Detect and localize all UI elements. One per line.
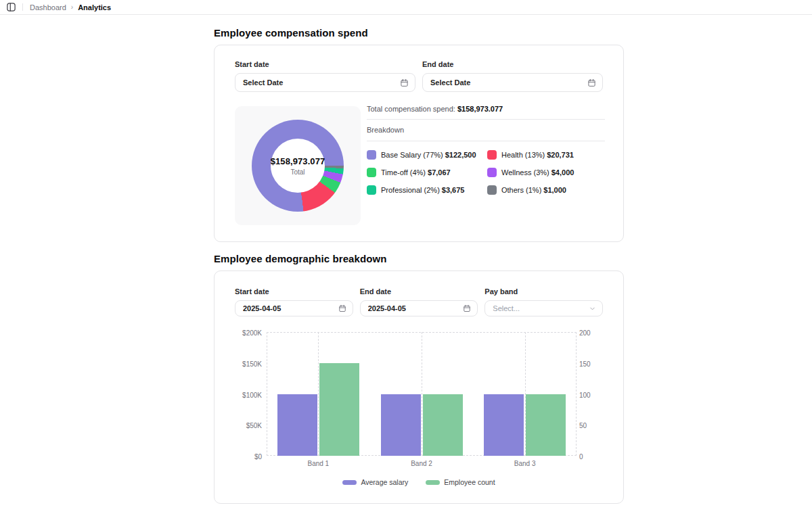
calendar-icon[interactable] [587,78,596,87]
legend-amount: $122,500 [445,151,476,159]
axis-tick-label: 50 [579,422,587,429]
section-title-demographic: Employee demographic breakdown [214,253,387,264]
topbar-separator [22,3,23,11]
legend-label: Professional (2%) [381,186,440,194]
breadcrumb-dashboard-link[interactable]: Dashboard [30,3,66,11]
axis-tick-label: $150K [242,360,262,368]
demographic-filter-fields: Start date End date [235,287,603,316]
compensation-summary-panel: Total compensation spend: $158,973.077 B… [367,103,605,195]
donut-center: $158,973.077 Total [271,139,325,193]
sidebar-toggle-button[interactable] [5,2,16,13]
legend-label: Time-off (4%) [381,168,426,176]
breadcrumb-current: Analytics [78,3,111,11]
legend-label: Average salary [361,478,408,486]
end-date-field: End date [360,287,478,316]
bar-chart-left-axis: $200K$150K$100K$50K$0 [215,332,262,456]
donut-legend-item: Time-off (4%)$7,067 [367,168,487,177]
legend-swatch [367,168,376,177]
x-axis-label: Band 2 [411,460,432,467]
start-date-field: Start date [235,287,353,316]
legend-swatch [487,150,497,160]
calendar-icon[interactable] [463,304,471,312]
axis-tick-label: $200K [242,329,262,337]
total-compensation-label: Total compensation spend: [367,105,455,113]
donut-chart: $158,973.077 Total [252,120,344,212]
bar-chart-right-axis: 200150100500 [579,332,620,456]
compensation-card: Start date End date [214,45,624,242]
legend-label: Others (1%) [501,186,541,194]
chevron-down-icon [589,305,596,312]
legend-label: Base Salary (77%) [381,151,443,159]
end-date-label: End date [360,287,478,296]
bar-chart-plot [267,332,577,456]
total-compensation-value: $158,973.077 [457,105,503,113]
legend-swatch [426,480,440,485]
start-date-input[interactable] [235,78,400,87]
compensation-date-fields: Start date End date [235,60,603,92]
gridline-vertical [576,332,577,456]
pay-band-select[interactable] [484,300,603,316]
bar-employee-count-band-3 [526,394,566,456]
donut-total-value: $158,973.077 [271,156,325,166]
axis-tick-label: 100 [579,392,591,399]
chevron-right-icon: › [71,4,73,11]
axis-tick-label: $0 [254,453,262,461]
donut-total-caption: Total [290,168,304,176]
legend-swatch [367,150,376,160]
donut-legend-item: Others (1%)$1,000 [487,185,605,195]
axis-tick-label: $100K [242,392,262,399]
bar-legend-item: Average salary [342,478,408,486]
axis-tick-label: $50K [246,422,262,429]
end-date-label: End date [422,60,603,68]
legend-swatch [487,185,497,195]
gridline-vertical [267,332,267,456]
legend-label: Employee count [444,478,495,486]
end-date-input-wrap [422,73,603,92]
end-date-input[interactable] [423,78,587,87]
bar-legend-item: Employee count [426,478,495,486]
pay-band-label: Pay band [484,287,603,296]
x-axis-label: Band 1 [307,460,329,467]
bar-chart-x-axis: Band 1Band 2Band 3 [267,460,577,468]
legend-swatch [342,480,357,485]
legend-label: Wellness (3%) [501,168,549,176]
calendar-icon[interactable] [400,78,409,87]
panel-left-icon [6,2,16,12]
legend-amount: $4,000 [551,168,574,176]
legend-amount: $1,000 [543,186,566,194]
start-date-input[interactable] [235,304,338,312]
donut-legend-item: Professional (2%)$3,675 [367,185,487,195]
bar-average-salary-band-3 [484,394,524,456]
end-date-input[interactable] [361,304,464,312]
bar-average-salary-band-2 [381,394,421,456]
donut-legend-item: Health (13%)$20,731 [487,150,605,160]
pay-band-select-value[interactable] [485,304,589,312]
legend-label: Health (13%) [501,151,545,159]
end-date-field: End date [422,60,603,92]
bar-average-salary-band-1 [277,394,317,456]
legend-amount: $20,731 [547,151,574,159]
topbar: Dashboard › Analytics [0,0,812,15]
pay-band-field: Pay band [484,287,603,316]
legend-amount: $3,675 [442,186,465,194]
start-date-label: Start date [235,60,415,68]
breakdown-label: Breakdown [367,120,605,141]
start-date-field: Start date [235,60,415,92]
donut-chart-card: $158,973.077 Total [235,106,361,225]
donut-legend-item: Wellness (3%)$4,000 [487,168,605,177]
total-compensation-row: Total compensation spend: $158,973.077 [367,103,605,120]
bar-employee-count-band-2 [423,394,463,456]
legend-swatch [487,168,497,177]
bar-chart-legend: Average salaryEmployee count [215,478,623,486]
end-date-input-wrap [360,300,478,316]
legend-swatch [367,185,376,195]
axis-tick-label: 0 [579,453,583,461]
start-date-label: Start date [235,287,353,296]
calendar-icon[interactable] [338,304,346,312]
breadcrumb: Dashboard › Analytics [30,3,111,11]
donut-legend-item: Base Salary (77%)$122,500 [367,150,487,160]
demographic-card: Start date End date [214,270,624,504]
page: Dashboard › Analytics Employee compensat… [0,0,812,518]
bar-employee-count-band-1 [319,363,359,456]
axis-tick-label: 150 [579,360,591,368]
